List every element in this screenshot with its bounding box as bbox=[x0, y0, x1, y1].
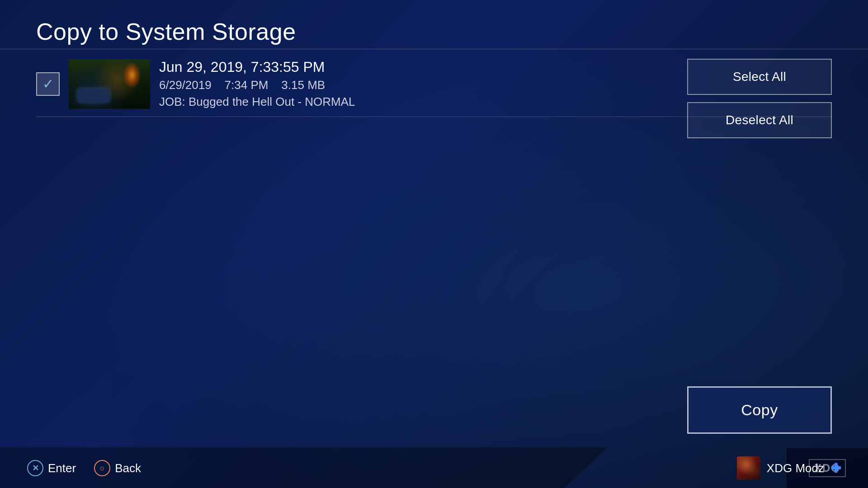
save-job: JOB: Bugged the Hell Out - NORMAL bbox=[159, 95, 355, 109]
user-info: XDG Modz ✚ bbox=[737, 456, 841, 480]
deselect-all-button[interactable]: Deselect All bbox=[687, 102, 832, 138]
circle-symbol: ○ bbox=[100, 464, 105, 473]
save-meta: 6/29/2019 7:34 PM 3.15 MB bbox=[159, 78, 355, 92]
cross-button-icon: ✕ bbox=[27, 460, 43, 476]
save-item[interactable]: ✓ Jun 29, 2019, 7:33:55 PM 6/29/2019 7:3… bbox=[36, 59, 355, 109]
back-control: ○ Back bbox=[94, 460, 141, 476]
save-date: 6/29/2019 bbox=[159, 78, 212, 92]
item-checkbox[interactable]: ✓ bbox=[36, 72, 60, 96]
circle-button-icon: ○ bbox=[94, 460, 110, 476]
save-time: 7:34 PM bbox=[225, 78, 269, 92]
save-title: Jun 29, 2019, 7:33:55 PM bbox=[159, 59, 355, 75]
bottom-bar: ✕ Enter ○ Back XDG Modz ✚ bbox=[0, 448, 868, 488]
right-panel: Select All Deselect All bbox=[687, 59, 832, 138]
save-info-block: Jun 29, 2019, 7:33:55 PM 6/29/2019 7:34 … bbox=[159, 59, 355, 109]
username: XDG Modz bbox=[767, 461, 824, 475]
title-divider bbox=[0, 49, 868, 49]
copy-button-container: Copy bbox=[687, 386, 832, 434]
user-avatar bbox=[737, 456, 760, 480]
cross-symbol: ✕ bbox=[32, 463, 39, 473]
save-size: 3.15 MB bbox=[281, 78, 325, 92]
copy-button[interactable]: Copy bbox=[687, 386, 832, 434]
back-label: Back bbox=[115, 461, 141, 475]
ps-plus-icon: ✚ bbox=[830, 461, 841, 476]
select-all-button[interactable]: Select All bbox=[687, 59, 832, 95]
enter-label: Enter bbox=[48, 461, 76, 475]
save-thumbnail bbox=[69, 59, 150, 109]
thumbnail-light-effect bbox=[123, 61, 141, 89]
page-title: Copy to System Storage bbox=[36, 18, 296, 45]
bottom-controls: ✕ Enter ○ Back bbox=[27, 460, 141, 476]
checkmark-icon: ✓ bbox=[42, 77, 54, 91]
enter-control: ✕ Enter bbox=[27, 460, 76, 476]
